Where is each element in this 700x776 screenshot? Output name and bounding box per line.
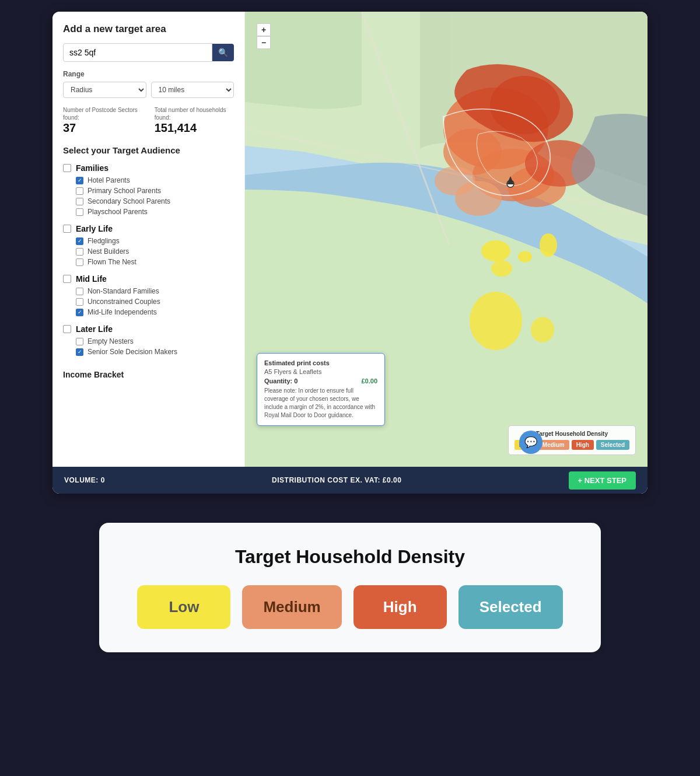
- sub-item-label-1-2: Flown The Nest: [88, 258, 136, 266]
- group-title-0: Families: [76, 163, 108, 173]
- volume-label: VOLUME:: [64, 476, 99, 484]
- sub-checkbox-0-3[interactable]: [76, 208, 83, 216]
- range-type-select[interactable]: Radius: [63, 82, 146, 98]
- zoom-out-button[interactable]: −: [257, 36, 271, 49]
- sub-item-label-2-2: Mid-Life Independents: [88, 308, 157, 316]
- list-item: Senior Sole Decision Makers: [76, 348, 234, 356]
- legend-item-selected[interactable]: Selected: [459, 585, 563, 629]
- sub-items-0: Hotel ParentsPrimary School ParentsSecon…: [63, 176, 234, 216]
- cost-popup-qty-label: Quantity: 0: [264, 377, 298, 384]
- svg-point-16: [531, 317, 554, 342]
- legend-item-medium[interactable]: Medium: [242, 585, 341, 629]
- cost-popup-qty: Quantity: 0 £0.00: [264, 377, 377, 384]
- search-row: 🔍: [63, 43, 234, 62]
- sub-item-label-0-0: Hotel Parents: [88, 176, 130, 184]
- sub-checkbox-3-1[interactable]: [76, 348, 83, 356]
- zoom-in-button[interactable]: +: [257, 23, 271, 36]
- list-item: Mid-Life Independents: [76, 308, 234, 316]
- households-label: Total number of households found:: [155, 106, 234, 121]
- sub-checkbox-1-0[interactable]: [76, 237, 83, 245]
- chat-bubble[interactable]: 💬: [519, 431, 542, 454]
- list-item: Unconstrained Couples: [76, 298, 234, 306]
- distribution-label: DISTRIBUTION COST EX. VAT:: [272, 476, 380, 484]
- audience-group-0: FamiliesHotel ParentsPrimary School Pare…: [63, 163, 234, 216]
- stats-row: Number of Postcode Sectors found: 37 Tot…: [63, 106, 234, 135]
- list-item: Empty Nesters: [76, 337, 234, 345]
- group-header-0: Families: [63, 163, 234, 173]
- households-stat: Total number of households found: 151,41…: [155, 106, 234, 135]
- cost-popup: Estimated print costs A5 Flyers & Leafle…: [257, 353, 385, 426]
- list-item: Nest Builders: [76, 247, 234, 256]
- sub-item-label-0-3: Playschool Parents: [88, 208, 148, 216]
- svg-point-12: [540, 233, 557, 257]
- group-title-2: Mid Life: [76, 274, 107, 284]
- volume-value: 0: [101, 476, 105, 484]
- range-row: Radius 10 miles: [63, 82, 234, 98]
- group-checkbox-2[interactable]: [63, 275, 71, 283]
- legend-section-title: Target Household Density: [235, 546, 465, 568]
- range-distance-select[interactable]: 10 miles: [151, 82, 235, 98]
- sub-checkbox-2-0[interactable]: [76, 288, 83, 295]
- sidebar-title: Add a new target area: [63, 23, 234, 35]
- sub-item-label-2-1: Unconstrained Couples: [88, 298, 160, 306]
- svg-point-11: [481, 240, 510, 261]
- list-item: Primary School Parents: [76, 187, 234, 195]
- sub-items-1: FledglingsNest BuildersFlown The Nest: [63, 237, 234, 266]
- audience-title: Select your Target Audience: [63, 145, 234, 155]
- distribution-stat: DISTRIBUTION COST EX. VAT: £0.00: [272, 476, 401, 484]
- app-inner: Add a new target area 🔍 Range Radius 10 …: [52, 12, 648, 467]
- sub-item-label-1-0: Fledglings: [88, 237, 120, 245]
- postcode-label: Number of Postcode Sectors found:: [63, 106, 145, 121]
- list-item: Fledglings: [76, 237, 234, 245]
- income-bracket: Income Bracket: [63, 364, 234, 379]
- sub-checkbox-1-2[interactable]: [76, 258, 83, 266]
- volume-stat: VOLUME: 0: [64, 476, 105, 484]
- sub-item-label-1-1: Nest Builders: [88, 247, 129, 256]
- group-header-1: Early Life: [63, 224, 234, 233]
- sub-checkbox-0-2[interactable]: [76, 198, 83, 205]
- legend-item-low[interactable]: Low: [137, 585, 230, 629]
- bottom-bar: VOLUME: 0 DISTRIBUTION COST EX. VAT: £0.…: [52, 467, 648, 494]
- sub-checkbox-3-0[interactable]: [76, 338, 83, 345]
- list-item: Secondary School Parents: [76, 197, 234, 205]
- legend-item-high[interactable]: High: [354, 585, 447, 629]
- sub-checkbox-1-1[interactable]: [76, 248, 83, 256]
- svg-point-15: [470, 292, 522, 350]
- sub-item-label-0-1: Primary School Parents: [88, 187, 161, 195]
- list-item: Hotel Parents: [76, 176, 234, 184]
- sub-item-label-3-1: Senior Sole Decision Makers: [88, 348, 177, 356]
- svg-point-13: [491, 260, 512, 277]
- sidebar: Add a new target area 🔍 Range Radius 10 …: [52, 12, 245, 467]
- density-selected-btn[interactable]: Selected: [596, 440, 629, 450]
- search-icon: 🔍: [218, 48, 228, 57]
- group-checkbox-3[interactable]: [63, 325, 71, 333]
- households-value: 151,414: [155, 121, 234, 135]
- sub-item-label-3-0: Empty Nesters: [88, 337, 134, 345]
- chat-icon: 💬: [524, 436, 537, 449]
- sub-checkbox-2-2[interactable]: [76, 309, 83, 316]
- group-title-1: Early Life: [76, 224, 113, 233]
- audience-groups: FamiliesHotel ParentsPrimary School Pare…: [63, 163, 234, 356]
- search-input[interactable]: [63, 43, 212, 62]
- group-checkbox-0[interactable]: [63, 164, 71, 172]
- list-item: Playschool Parents: [76, 208, 234, 216]
- group-checkbox-1[interactable]: [63, 225, 71, 233]
- postcode-stat: Number of Postcode Sectors found: 37: [63, 106, 145, 135]
- search-button[interactable]: 🔍: [212, 44, 234, 61]
- cost-popup-title: Estimated print costs: [264, 359, 377, 366]
- audience-group-2: Mid LifeNon-Standard FamiliesUnconstrain…: [63, 274, 234, 316]
- next-step-button[interactable]: + NEXT STEP: [569, 471, 636, 490]
- map-area: + − Estimated print costs A5 Flyers & Le…: [245, 12, 648, 467]
- sub-checkbox-0-1[interactable]: [76, 187, 83, 195]
- legend-items: LowMediumHighSelected: [137, 585, 562, 629]
- postcode-value: 37: [63, 121, 145, 135]
- sub-checkbox-2-1[interactable]: [76, 298, 83, 306]
- group-title-3: Later Life: [76, 324, 113, 334]
- sub-item-label-0-2: Secondary School Parents: [88, 197, 170, 205]
- audience-group-1: Early LifeFledglingsNest BuildersFlown T…: [63, 224, 234, 266]
- sub-checkbox-0-0[interactable]: [76, 177, 83, 184]
- group-header-2: Mid Life: [63, 274, 234, 284]
- sub-items-2: Non-Standard FamiliesUnconstrained Coupl…: [63, 287, 234, 316]
- legend-section: Target Household Density LowMediumHighSe…: [99, 523, 601, 652]
- density-high-btn[interactable]: High: [572, 440, 594, 450]
